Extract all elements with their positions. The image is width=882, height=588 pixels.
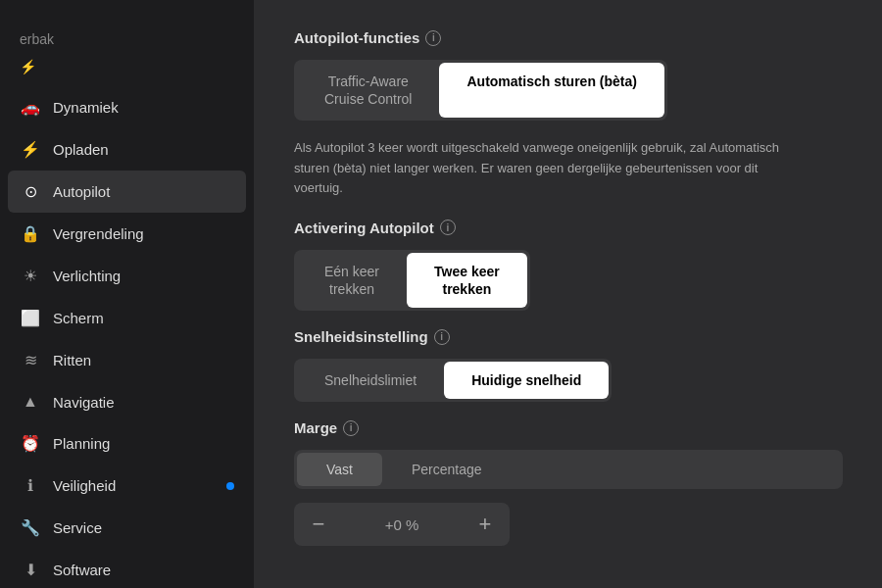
snelheidsinstelling-btn-group: Snelheidslimiet Huidige snelheid <box>294 359 612 402</box>
sidebar-label-navigatie: Navigatie <box>53 394 115 411</box>
activering-autopilot-title: Activering Autopilot i <box>294 220 843 236</box>
trips-icon: ≋ <box>20 351 41 369</box>
autopilot-functies-title: Autopilot-functies i <box>294 29 843 46</box>
veiligheid-badge <box>226 482 234 490</box>
lightning-icon: ⚡ <box>20 140 41 159</box>
sidebar-edge-verbak: erbak <box>0 20 254 59</box>
sidebar-label-service: Service <box>53 519 102 536</box>
snelheidslimiet-btn[interactable]: Snelheidslimiet <box>297 362 444 399</box>
wrench-icon: 🔧 <box>20 518 41 537</box>
lock-icon: 🔒 <box>20 224 41 243</box>
activering-btn-group: Eén keer trekken Twee keer trekken <box>294 250 530 311</box>
activering-info-icon[interactable]: i <box>440 220 456 235</box>
twee-keer-btn[interactable]: Twee keer trekken <box>407 253 527 308</box>
car-icon: 🚗 <box>20 98 41 117</box>
sidebar-edge-icon: ⚡ <box>0 59 254 86</box>
snelheidsinstelling-title: Snelheidsinstelling i <box>294 328 843 345</box>
snelheid-info-icon[interactable]: i <box>434 329 450 345</box>
sidebar: erbak ⚡ 🚗 Dynamiek ⚡ Opladen ⊙ Autopilot… <box>0 0 255 588</box>
activering-autopilot-section: Activering Autopilot i Eén keer trekken … <box>294 220 843 311</box>
sidebar-item-veiligheid[interactable]: ℹ Veiligheid <box>0 465 254 507</box>
marge-value: +0 % <box>343 516 461 533</box>
automatisch-sturen-btn[interactable]: Automatisch sturen (bèta) <box>439 63 663 118</box>
marge-info-icon[interactable]: i <box>343 420 359 436</box>
sidebar-label-verlichting: Verlichting <box>53 268 121 284</box>
een-keer-btn[interactable]: Eén keer trekken <box>297 253 407 308</box>
marge-section: Marge i Vast Percentage − +0 % + <box>294 419 843 546</box>
huidige-snelheid-btn[interactable]: Huidige snelheid <box>444 362 609 399</box>
marge-stepper: − +0 % + <box>294 503 510 546</box>
sidebar-item-service[interactable]: 🔧 Service <box>0 507 254 549</box>
marge-minus-btn[interactable]: − <box>294 503 343 546</box>
sidebar-label-vergrendeling: Vergrendeling <box>53 225 144 242</box>
sidebar-item-planning[interactable]: ⏰ Planning <box>0 422 254 465</box>
autopilot-functies-section: Autopilot-functies i Traffic-Aware Cruis… <box>294 29 843 198</box>
autopilot-icon: ⊙ <box>20 182 41 201</box>
sidebar-label-ritten: Ritten <box>53 352 91 368</box>
sidebar-item-vergrendeling[interactable]: 🔒 Vergrendeling <box>0 213 254 255</box>
traffic-aware-btn[interactable]: Traffic-Aware Cruise Control <box>297 63 439 118</box>
sidebar-item-opladen[interactable]: ⚡ Opladen <box>0 128 254 171</box>
sidebar-label-software: Software <box>53 562 111 578</box>
sidebar-label-autopilot: Autopilot <box>53 183 110 200</box>
navigate-icon: ▲ <box>20 393 41 411</box>
sun-icon: ☀ <box>20 267 41 285</box>
sidebar-label-planning: Planning <box>53 435 110 452</box>
marge-vast-btn[interactable]: Vast <box>297 453 382 486</box>
clock-icon: ⏰ <box>20 434 41 453</box>
sidebar-item-navigatie[interactable]: ▲ Navigatie <box>0 381 254 422</box>
marge-toggle-group: Vast Percentage <box>294 450 843 489</box>
marge-percentage-btn[interactable]: Percentage <box>382 453 512 486</box>
sidebar-item-software[interactable]: ⬇ Software <box>0 549 254 588</box>
download-icon: ⬇ <box>20 561 41 579</box>
marge-plus-btn[interactable]: + <box>461 503 510 546</box>
snelheidsinstelling-section: Snelheidsinstelling i Snelheidslimiet Hu… <box>294 328 843 402</box>
sidebar-label-veiligheid: Veiligheid <box>53 477 116 494</box>
autopilot-functies-btn-group: Traffic-Aware Cruise Control Automatisch… <box>294 60 667 121</box>
sidebar-label-dynamiek: Dynamiek <box>53 99 119 116</box>
marge-title: Marge i <box>294 419 843 436</box>
sidebar-item-dynamiek[interactable]: 🚗 Dynamiek <box>0 86 254 128</box>
sidebar-item-scherm[interactable]: ⬜ Scherm <box>0 297 254 339</box>
autopilot-description: Als Autopilot 3 keer wordt uitgeschakeld… <box>294 138 784 197</box>
autopilot-functies-info-icon[interactable]: i <box>425 30 441 46</box>
sidebar-item-verlichting[interactable]: ☀ Verlichting <box>0 255 254 297</box>
sidebar-item-ritten[interactable]: ≋ Ritten <box>0 339 254 381</box>
screen-icon: ⬜ <box>20 309 41 327</box>
sidebar-label-opladen: Opladen <box>53 141 109 158</box>
sidebar-item-autopilot[interactable]: ⊙ Autopilot <box>8 171 246 213</box>
main-content: Autopilot-functies i Traffic-Aware Cruis… <box>255 0 882 588</box>
info-icon: ℹ <box>20 476 41 495</box>
sidebar-label-scherm: Scherm <box>53 310 104 326</box>
